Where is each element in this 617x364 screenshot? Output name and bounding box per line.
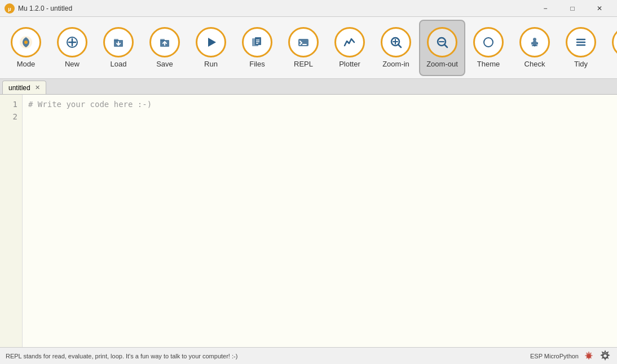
theme-button[interactable]: Theme: [465, 20, 512, 76]
mode-label: Mode: [17, 60, 36, 68]
tidy-button[interactable]: Tidy: [558, 20, 604, 76]
svg-marker-13: [208, 38, 216, 47]
svg-rect-19: [298, 39, 308, 46]
minimize-button[interactable]: −: [532, 0, 558, 17]
repl-label: REPL: [294, 60, 313, 68]
tab-close-button[interactable]: ✕: [34, 83, 41, 92]
plotter-button[interactable]: Plotter: [327, 20, 373, 76]
svg-rect-11: [160, 39, 165, 41]
zoom-in-button[interactable]: Zoom-in: [373, 20, 419, 76]
plotter-icon: [334, 27, 365, 57]
load-button[interactable]: Load: [95, 20, 142, 76]
files-icon: [242, 27, 272, 57]
line-number-1: 1: [0, 98, 17, 110]
check-button[interactable]: Check: [512, 20, 558, 76]
new-button[interactable]: New: [49, 20, 95, 76]
line-numbers: 1 2: [0, 95, 23, 347]
new-label: New: [65, 60, 80, 68]
svg-text:μ: μ: [8, 6, 11, 12]
theme-label: Theme: [477, 60, 500, 68]
svg-rect-8: [114, 39, 118, 41]
files-button[interactable]: Files: [234, 20, 280, 76]
title-text: Mu 1.2.0 - untitled: [18, 5, 72, 12]
zoom-out-icon: [427, 27, 457, 57]
maximize-button[interactable]: □: [559, 0, 585, 17]
svg-line-27: [445, 45, 448, 48]
mode-button[interactable]: Mode: [3, 20, 49, 76]
save-button[interactable]: Save: [142, 20, 188, 76]
line-number-2: 2: [0, 110, 17, 123]
help-icon: ?: [612, 27, 617, 57]
check-icon: [519, 27, 550, 57]
title-bar: μ Mu 1.2.0 - untitled − □ ✕: [0, 0, 617, 17]
editor-area: 1 2 # Write your code here :-): [0, 95, 617, 347]
theme-icon: [473, 27, 504, 57]
svg-point-28: [484, 38, 493, 47]
zoom-in-label: Zoom-in: [382, 60, 409, 68]
code-line-1: # Write your code here :-): [28, 98, 611, 110]
help-button[interactable]: ? Help: [604, 20, 617, 76]
app-icon: μ: [5, 3, 15, 14]
tidy-label: Tidy: [574, 60, 588, 68]
mode-icon: [11, 27, 41, 57]
run-label: Run: [204, 60, 218, 68]
toolbar: Mode New Load: [0, 17, 617, 79]
repl-button[interactable]: REPL: [280, 20, 327, 76]
save-label: Save: [156, 60, 173, 68]
save-icon: [149, 27, 180, 57]
window-controls: − □ ✕: [532, 0, 612, 17]
tab-bar: untitled ✕: [0, 79, 617, 95]
run-icon: [196, 27, 226, 57]
repl-icon: [288, 27, 319, 57]
code-editor[interactable]: # Write your code here :-): [23, 95, 617, 347]
svg-point-3: [24, 41, 28, 44]
run-button[interactable]: Run: [188, 20, 234, 76]
tab-label: untitled: [8, 84, 30, 92]
esp-label: ESP MicroPython: [530, 353, 579, 359]
svg-rect-15: [255, 37, 261, 45]
close-button[interactable]: ✕: [587, 0, 612, 17]
check-label: Check: [525, 60, 545, 68]
esp-badge: ESP MicroPython: [530, 353, 579, 359]
status-bar: REPL stands for read, evaluate, print, l…: [0, 347, 617, 364]
plotter-label: Plotter: [339, 60, 360, 68]
files-label: Files: [249, 60, 265, 68]
tidy-icon: [566, 27, 596, 57]
new-icon: [57, 27, 87, 57]
load-icon: [103, 27, 134, 57]
status-text: REPL stands for read, evaluate, print, l…: [6, 353, 237, 359]
gear-small-icon[interactable]: [583, 350, 594, 362]
zoom-out-button[interactable]: Zoom-out: [419, 20, 465, 76]
tab-untitled[interactable]: untitled ✕: [2, 81, 46, 94]
settings-icon[interactable]: [599, 350, 611, 362]
title-bar-left: μ Mu 1.2.0 - untitled: [5, 3, 72, 14]
zoom-in-icon: [381, 27, 411, 57]
zoom-out-label: Zoom-out: [426, 60, 458, 68]
svg-line-24: [399, 45, 402, 48]
load-label: Load: [111, 60, 127, 68]
status-right: ESP MicroPython: [530, 350, 611, 362]
